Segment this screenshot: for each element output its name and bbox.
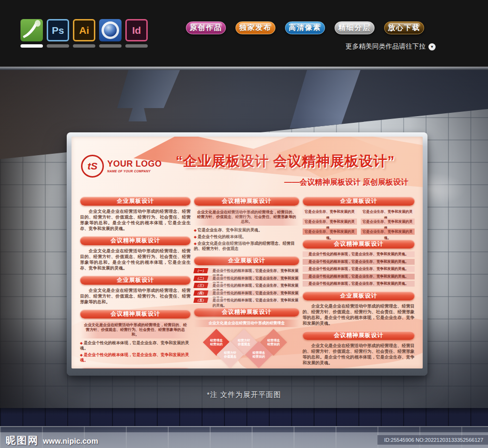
content-block: 企业展板设计企业文化是企业在经营活动中形成的经营理念、经营目的、经营方针、价值观…: [303, 291, 415, 326]
site-name: 昵图网: [6, 434, 39, 447]
logo-monogram-icon: tS: [81, 155, 104, 178]
coreldraw-icon: [20, 19, 43, 41]
highlight-band: 企业文化是企业在经营活动中形成的经营理念，经营目的、经营方针、价值观念、经营行为…: [194, 209, 299, 226]
row-text: 是企业个性化的根本体现，它是企业生存、竞争和发展的灵魂。: [208, 276, 299, 281]
content-block: 企业展板设计（一）是企业个性化的根本体现，它是企业生存、竞争和发展的灵魂。（二）…: [194, 256, 299, 303]
illustrator-icon: Ai: [73, 19, 95, 41]
poster-lightbox[interactable]: tS YOUR LOGO NAME OF YOUR COMPANY “企业展板设…: [67, 132, 427, 376]
poster-column-1: 企业展板设计企业文化是企业在经营活动中形成的经营理念、经营目的、经营方针、价值观…: [80, 197, 191, 368]
band-cell: 它是企业生存、竞争和发展的灵魂。: [361, 209, 415, 215]
band-cell: 它是企业生存、竞争和发展的灵魂。: [361, 229, 415, 235]
badge-label: 高清像素: [289, 23, 321, 32]
app-coreldraw[interactable]: [20, 19, 43, 48]
app-indesign[interactable]: Id: [125, 19, 148, 48]
highlight-band: 企业文化是企业在经营活动中形成的经营理念，经营目的、经营方针、价值观念、经营行为…: [80, 321, 191, 338]
content-block: 会议精神展板设计是企业个性化的根本体现，它是企业生存、竞争和发展的灵魂。是企业个…: [303, 239, 415, 287]
row-text: 是企业个性化的根本体现，它是企业生存、竞争和发展的灵魂。: [208, 283, 299, 288]
company-logo: tS YOUR LOGO NAME OF YOUR COMPANY: [81, 155, 162, 178]
scroll-down-icon[interactable]: [428, 43, 436, 50]
diamond-label-line: 经营目的: [207, 342, 226, 346]
diamond-label-line: 经营理念: [249, 351, 268, 355]
note-text: *注 文件为展开平面图: [0, 390, 488, 399]
bullet-item: 它是企业生存、竞争和发展的灵魂。: [194, 228, 299, 233]
poster-columns: 企业展板设计企业文化是企业在经营活动中形成的经营理念、经营目的、经营方针、价值观…: [80, 197, 415, 368]
content-block: 企业展板设计企业文化是企业在经营活动中形成的经营理念、经营目的、经营方针、价值观…: [80, 197, 191, 231]
band-row: 是企业个性化的根本体现，它是企业生存、竞争和发展的灵魂。: [303, 281, 415, 287]
row-number-tag: （二）: [193, 276, 208, 281]
app-photoshop[interactable]: Ps: [47, 19, 69, 48]
app-active-indicator: [20, 44, 43, 48]
row-number-tag: （五）: [193, 298, 208, 303]
bullet-item: 是企业个性化的根本体现，它是企业生存、竞争和发展的灵魂。: [80, 352, 191, 363]
section-paragraph: 企业文化是企业在经营活动中形成的经营理念、经营目的、经营方针、价值观念、经营行为…: [303, 303, 415, 326]
bullet-item: 是企业个性化的根本体现，它是企业生存、竞争和发展的灵魂。: [80, 340, 191, 351]
diamond-label-line: 价值观念: [234, 342, 254, 346]
poster-subtitle: ——会议精神展板设计 原创展板设计: [285, 178, 408, 188]
section-header: 会议精神展板设计: [303, 239, 415, 249]
app-active-indicator: [125, 44, 148, 48]
page: PsAiId 原创作品独家发布高清像素精细分层放心下载 更多精美同类作品请往下拉: [0, 0, 488, 448]
section-paragraph: 企业文化是企业在经营活动中形成的经营理念、经营目的、经营方针、价值观念、经营行为…: [80, 248, 191, 271]
numbered-row: （五）是企业个性化的根本体现，它是企业生存、竞争和发展的灵魂。: [194, 298, 299, 303]
band-cell: 它是企业生存、竞争和发展的灵魂。: [303, 209, 357, 215]
row-number-tag: （一）: [193, 268, 208, 273]
diamond-label-line: 经营理念: [264, 338, 283, 342]
app-illustrator[interactable]: Ai: [73, 19, 95, 48]
badge-label: 精细分层: [338, 23, 371, 32]
badge-2[interactable]: 独家发布: [235, 21, 275, 34]
section-paragraph: 企业文化是企业在经营活动中形成的经营理念、经营目的、经营方针、价值观念、经营行为…: [80, 209, 191, 231]
badge-4[interactable]: 精细分层: [335, 21, 375, 34]
site-url: www.nipic.com: [43, 437, 98, 446]
diamond-label-line: 经营目的: [249, 355, 268, 358]
row-text: 是企业个性化的根本体现，它是企业生存、竞争和发展的灵魂。: [208, 298, 299, 303]
row-number-tag: （四）: [193, 290, 208, 296]
cinema4d-icon: [99, 19, 122, 41]
section-header: 企业展板设计: [80, 197, 191, 206]
content-block: 会议精神展板设计企业文化是企业在经营活动中形成的经营理念、经营目的、经营方针、价…: [303, 331, 415, 366]
software-icons: PsAiId: [20, 19, 148, 48]
band-cell: 它是企业生存、竞争和发展的灵魂。: [303, 229, 357, 235]
app-active-indicator: [47, 44, 69, 48]
photoshop-icon: Ps: [47, 19, 69, 41]
more-works-label: 更多精美同类作品请往下拉: [346, 42, 426, 51]
app-cinema4d[interactable]: [99, 19, 122, 48]
top-toolbar: PsAiId 原创作品独家发布高清像素精细分层放心下载 更多精美同类作品请往下拉: [0, 0, 488, 67]
content-block: 会议精神展板设计企业文化是企业在经营活动中形成的经营理念经营理念经营目的经营方针…: [194, 308, 299, 368]
numbered-row: （三）是企业个性化的根本体现，它是企业生存、竞争和发展的灵魂。: [194, 283, 299, 288]
content-block: 会议精神展板设计企业文化是企业在经营活动中形成的经营理念、经营目的、经营方针、价…: [80, 236, 191, 271]
section-header: 企业展板设计: [80, 276, 191, 285]
poster-artwork: tS YOUR LOGO NAME OF YOUR COMPANY “企业展板设…: [71, 137, 423, 368]
section-paragraph: 企业文化是企业在经营活动中形成的经营理念、经营目的、经营方针、价值观念、经营行为…: [80, 288, 191, 305]
badge-5[interactable]: 放心下载: [384, 21, 424, 34]
row-number-tag: （三）: [193, 283, 208, 288]
diamond-diagram: 经营理念经营目的经营方针价值观念经营理念经营目的经营方针价值观念经营理念经营目的: [194, 331, 299, 368]
indesign-icon: Id: [125, 19, 148, 41]
band-row: 是企业个性化的根本体现，它是企业生存、竞争和发展的灵魂。: [303, 274, 415, 279]
poster-column-3: 企业展板设计它是企业生存、竞争和发展的灵魂。它是企业生存、竞争和发展的灵魂。它是…: [303, 197, 415, 368]
section-header: 企业展板设计: [303, 291, 415, 300]
diamond-label: 经营理念经营目的: [207, 338, 226, 346]
hallway-scene: tS YOUR LOGO NAME OF YOUR COMPANY “企业展板设…: [0, 67, 488, 448]
diamond-label: 经营方针价值观念: [234, 338, 254, 346]
ceiling-beam: [113, 70, 183, 121]
badge-1[interactable]: 原创作品: [186, 21, 226, 34]
row-text: 是企业个性化的根本体现，它是企业生存、竞争和发展的灵魂。: [208, 290, 299, 296]
section-paragraph: 企业文化是企业在经营活动中形成的经营理念、经营目的、经营方针、价值观念、经营行为…: [303, 343, 415, 366]
cinema4d-sphere: [102, 21, 119, 39]
badge-3[interactable]: 高清像素: [285, 21, 325, 34]
badge-label: 放心下载: [388, 23, 420, 32]
band-grid: 它是企业生存、竞争和发展的灵魂。它是企业生存、竞争和发展的灵魂。它是企业生存、竞…: [303, 209, 415, 235]
content-block: 会议精神展板设计企业文化是企业在经营活动中形成的经营理念，经营目的、经营方针、价…: [194, 197, 299, 251]
numbered-row: （四）是企业个性化的根本体现，它是企业生存、竞争和发展的灵魂。: [194, 290, 299, 296]
section-header: 企业展板设计: [80, 368, 191, 368]
row-text: 是企业个性化的根本体现，它是企业生存、竞争和发展的灵魂。: [208, 268, 299, 273]
band-cell: 它是企业生存、竞争和发展的灵魂。: [361, 219, 415, 225]
content-block: 企业展板设计企业文化是企业在经营活动中形成的经营理念、经营目的、经营方针、价值观…: [80, 368, 191, 368]
poster-title: “企业展板设计 会议精神展板设计”: [152, 152, 419, 171]
numbered-row: （二）是企业个性化的根本体现，它是企业生存、竞争和发展的灵魂。: [194, 276, 299, 281]
more-works-link[interactable]: 更多精美同类作品请往下拉: [346, 42, 436, 51]
section-header: 会议精神展板设计: [194, 197, 299, 206]
band-row: 是企业个性化的根本体现，它是企业生存、竞争和发展的灵魂。: [303, 259, 415, 265]
logo-monogram: tS: [88, 160, 98, 172]
content-block: 会议精神展板设计企业文化是企业在经营活动中形成的经营理念，经营目的、经营方针、价…: [80, 309, 191, 363]
